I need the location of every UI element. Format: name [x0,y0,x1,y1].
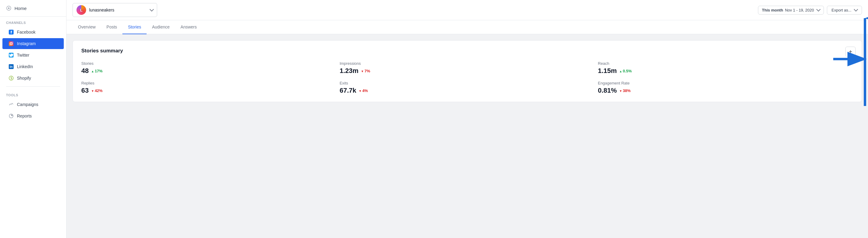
tab-stories[interactable]: Stories [122,20,147,34]
sidebar-item-twitter[interactable]: Twitter [2,50,64,60]
tabs-bar: Overview Posts Stories Audience Answers [66,20,868,34]
linkedin-icon: in [8,64,14,69]
sidebar-item-linkedin-label: LinkedIn [17,64,33,69]
sidebar-divider [6,86,60,87]
instagram-icon [8,41,14,46]
metric-stories-value-row: 48 17% [81,67,337,75]
add-widget-button[interactable]: + [845,47,856,57]
date-selector[interactable]: This month Nov 1 - 19, 2020 [758,6,824,15]
account-selector-chevron [150,7,154,11]
metric-replies: Replies 63 42% [81,81,337,95]
metric-reach-value: 1.15m [598,67,617,75]
metric-reach-arrow [619,69,622,73]
tab-audience[interactable]: Audience [147,20,175,34]
date-selector-chevron [816,7,820,11]
metric-reach: Reach 1.15m 0.5% [598,61,853,75]
home-nav-item[interactable]: Home [0,0,66,17]
sidebar-item-linkedin[interactable]: in LinkedIn [2,61,64,72]
tab-posts[interactable]: Posts [101,20,122,34]
main-content: L lunasneakers This month Nov 1 - 19, 20… [66,0,868,238]
metric-impressions-change: 7% [361,69,370,73]
metric-replies-label: Replies [81,81,337,85]
metric-stories-arrow [91,69,94,73]
export-button[interactable]: Export as... [827,6,862,15]
facebook-icon [8,29,14,35]
sidebar-item-twitter-label: Twitter [17,53,29,57]
reports-icon [8,113,14,119]
account-name: lunasneakers [89,7,146,12]
metric-stories: Stories 48 17% [81,61,337,75]
metric-replies-change: 42% [91,88,102,93]
metric-replies-value: 63 [81,87,89,95]
metric-impressions: Impressions 1.23m 7% [340,61,595,75]
svg-point-6 [12,43,12,43]
metric-reach-change: 0.5% [619,69,632,73]
metric-engagement-rate-value: 0.81% [598,87,617,95]
home-label: Home [14,6,27,11]
svg-rect-3 [9,41,13,46]
date-range: Nov 1 - 19, 2020 [785,8,814,12]
sidebar-item-campaigns-label: Campaigns [17,102,38,107]
sidebar-item-instagram-label: Instagram [17,41,36,46]
metric-replies-value-row: 63 42% [81,87,337,95]
metric-stories-change: 17% [91,69,102,73]
metric-replies-arrow [91,88,94,93]
svg-text:in: in [10,65,13,69]
metric-exits-label: Exits [340,81,595,85]
metric-exits: Exits 67.7k 4% [340,81,595,95]
sidebar-item-shopify-label: Shopify [17,76,31,81]
sidebar: Home Channels Facebook [0,0,66,238]
topbar: L lunasneakers This month Nov 1 - 19, 20… [66,0,868,20]
metric-exits-value-row: 67.7k 4% [340,87,595,95]
sidebar-item-campaigns[interactable]: Campaigns [2,99,64,110]
campaigns-icon [8,102,14,107]
metric-impressions-value-row: 1.23m 7% [340,67,595,75]
shopify-icon: $ [8,75,14,81]
metric-reach-label: Reach [598,61,853,66]
metric-engagement-rate-label: Engagement Rate [598,81,853,85]
tools-section-label: Tools [0,89,66,99]
metric-impressions-value: 1.23m [340,67,359,75]
metric-stories-label: Stories [81,61,337,66]
sidebar-item-reports[interactable]: Reports [2,110,64,122]
metric-engagement-rate-change: 38% [619,88,631,93]
sidebar-item-facebook[interactable]: Facebook [2,27,64,37]
metric-impressions-label: Impressions [340,61,595,66]
metric-exits-change: 4% [359,88,368,93]
metric-impressions-arrow [361,69,364,73]
svg-text:$: $ [10,76,12,80]
metric-engagement-rate-value-row: 0.81% 38% [598,87,853,95]
svg-point-1 [8,7,10,9]
channels-section-label: Channels [0,17,66,26]
sidebar-item-facebook-label: Facebook [17,30,35,34]
date-label: This month [762,8,783,12]
metric-engagement-rate: Engagement Rate 0.81% 38% [598,81,853,95]
sidebar-item-reports-label: Reports [17,113,32,118]
tab-overview[interactable]: Overview [72,20,101,34]
home-icon [6,5,11,11]
metric-stories-value: 48 [81,67,89,75]
tab-answers[interactable]: Answers [175,20,202,34]
sidebar-item-shopify[interactable]: $ Shopify [2,73,64,84]
metric-exits-arrow [359,88,362,93]
account-avatar: L [76,5,86,15]
sidebar-item-instagram[interactable]: Instagram [2,38,64,49]
metric-reach-value-row: 1.15m 0.5% [598,67,853,75]
metric-engagement-rate-arrow [619,88,622,93]
topbar-right: This month Nov 1 - 19, 2020 Export as... [758,6,862,15]
summary-title: Stories summary [81,48,853,54]
twitter-icon [8,52,14,58]
account-selector[interactable]: L lunasneakers [72,3,157,17]
export-chevron [854,7,858,11]
export-label: Export as... [831,8,851,12]
metrics-grid: Stories 48 17% Impressions 1.23m [81,61,853,95]
stories-summary-card: Stories summary + Stories 48 17% [72,40,862,102]
content-area: Stories summary + Stories 48 17% [66,34,868,238]
metric-exits-value: 67.7k [340,87,356,95]
